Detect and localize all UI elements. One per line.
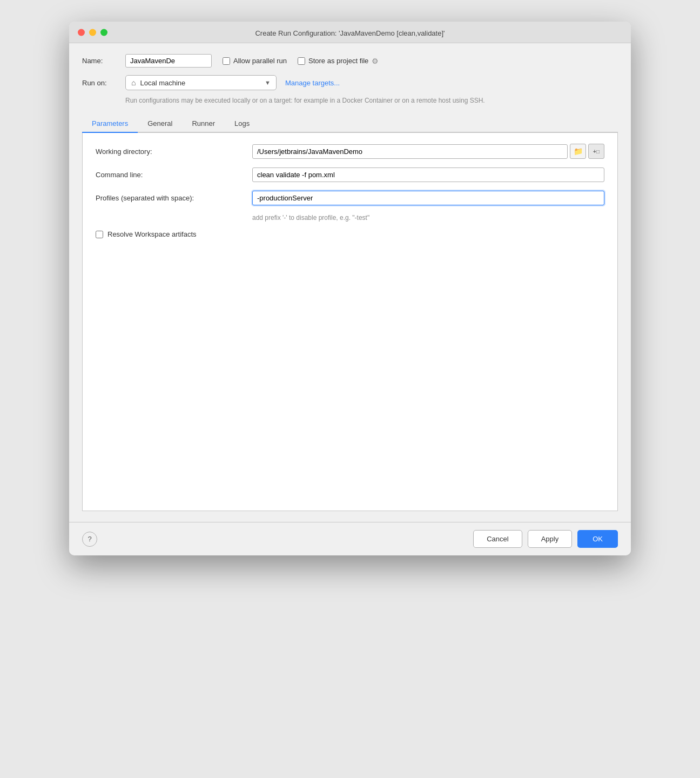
- run-on-value: Local machine: [140, 79, 260, 87]
- dropdown-arrow-icon: ▼: [265, 79, 271, 86]
- footer-buttons: Cancel Apply OK: [473, 530, 618, 548]
- run-on-hint: Run configurations may be executed local…: [125, 96, 618, 105]
- home-icon: ⌂: [131, 78, 136, 87]
- profiles-input-group: [252, 191, 604, 205]
- gear-icon[interactable]: ⚙: [372, 57, 379, 65]
- dialog-body: Name: Allow parallel run Store as projec…: [69, 43, 631, 522]
- run-on-row: Run on: ⌂ Local machine ▼ Manage targets…: [82, 75, 618, 90]
- tab-parameters[interactable]: Parameters: [82, 115, 138, 133]
- working-directory-label: Working directory:: [96, 147, 252, 156]
- ok-button[interactable]: OK: [577, 530, 618, 548]
- resolve-workspace-row: Resolve Workspace artifacts: [96, 230, 604, 238]
- command-line-input[interactable]: [252, 167, 604, 182]
- maximize-button[interactable]: [100, 29, 107, 36]
- tabs-bar: Parameters General Runner Logs: [82, 115, 618, 133]
- store-project-label: Store as project file: [308, 57, 368, 65]
- browse-variable-button[interactable]: +□: [588, 144, 604, 159]
- tab-runner[interactable]: Runner: [182, 115, 225, 133]
- run-on-dropdown[interactable]: ⌂ Local machine ▼: [125, 75, 277, 90]
- folder-icon: 📁: [574, 147, 583, 156]
- tab-content-parameters: Working directory: 📁 +□ Command line:: [82, 133, 618, 511]
- profiles-hint: add prefix '-' to disable profile, e.g. …: [252, 214, 604, 222]
- store-project-group: Store as project file ⚙: [298, 57, 379, 65]
- dialog-title: Create Run Configuration: 'JavaMavenDemo…: [255, 29, 445, 37]
- allow-parallel-label: Allow parallel run: [233, 57, 287, 65]
- title-bar: Create Run Configuration: 'JavaMavenDemo…: [69, 22, 631, 43]
- allow-parallel-checkbox[interactable]: [223, 57, 230, 65]
- help-button[interactable]: ?: [82, 532, 97, 547]
- minimize-button[interactable]: [89, 29, 96, 36]
- manage-targets-link[interactable]: Manage targets...: [285, 79, 340, 87]
- name-label: Name:: [82, 57, 125, 65]
- resolve-workspace-checkbox[interactable]: [96, 231, 103, 238]
- dialog-window: Create Run Configuration: 'JavaMavenDemo…: [69, 22, 631, 555]
- command-line-row: Command line:: [96, 167, 604, 182]
- run-on-label: Run on:: [82, 79, 125, 87]
- command-line-input-group: [252, 167, 604, 182]
- store-project-checkbox[interactable]: [298, 57, 305, 65]
- profiles-row: Profiles (separated with space):: [96, 191, 604, 205]
- working-directory-row: Working directory: 📁 +□: [96, 144, 604, 159]
- window-controls: [78, 29, 107, 36]
- allow-parallel-group: Allow parallel run: [223, 57, 287, 65]
- command-line-label: Command line:: [96, 171, 252, 179]
- apply-button[interactable]: Apply: [528, 530, 573, 548]
- name-row: Name: Allow parallel run Store as projec…: [82, 54, 618, 68]
- name-input[interactable]: [125, 54, 212, 68]
- tab-general[interactable]: General: [138, 115, 182, 133]
- working-directory-input-group: 📁 +□: [252, 144, 604, 159]
- profiles-label: Profiles (separated with space):: [96, 194, 252, 202]
- tab-logs[interactable]: Logs: [225, 115, 259, 133]
- profiles-input[interactable]: [252, 191, 604, 205]
- dialog-footer: ? Cancel Apply OK: [69, 522, 631, 555]
- close-button[interactable]: [78, 29, 85, 36]
- browse-folder-button[interactable]: 📁: [570, 144, 586, 159]
- working-directory-input[interactable]: [252, 144, 568, 159]
- resolve-workspace-label: Resolve Workspace artifacts: [107, 230, 197, 238]
- cancel-button[interactable]: Cancel: [473, 530, 522, 548]
- variable-icon: +□: [593, 149, 600, 155]
